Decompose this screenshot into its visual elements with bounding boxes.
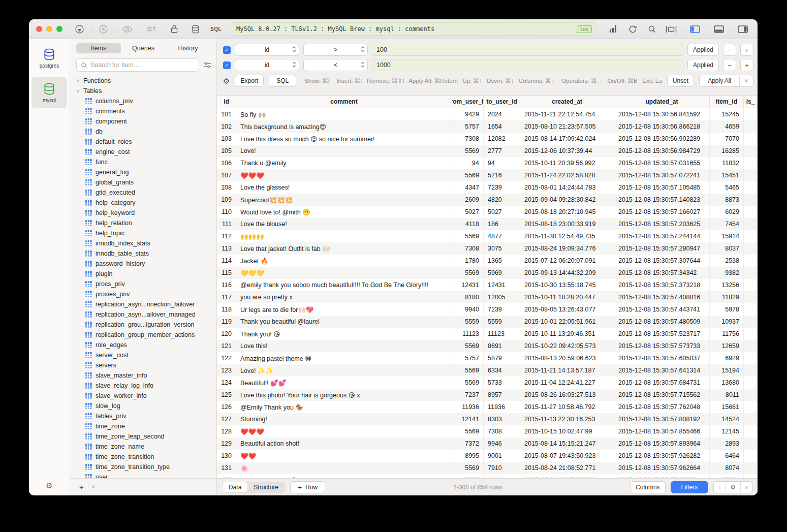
cell-created_at[interactable]: 2015-08-14 17:09:42.024 (520, 133, 614, 145)
cell-item_id[interactable]: 12659 (710, 340, 744, 352)
cell-from_user_id[interactable]: 5757 (452, 352, 484, 364)
cell-item_id[interactable]: 9382 (710, 267, 744, 279)
sidebar-table-item[interactable]: replication_asyn...ailover_managed (75, 309, 216, 320)
cell-comment[interactable]: 🌸 (236, 462, 452, 474)
cell-from_user_id[interactable]: 8180 (452, 291, 484, 303)
cell-comment[interactable]: Love the blouse! (236, 218, 452, 230)
cell-id[interactable]: 114 (217, 255, 236, 267)
sidebar-table-item[interactable]: tables_priv (75, 411, 216, 421)
sidebar-table-item[interactable]: time_zone_transition (75, 452, 216, 462)
cell-updated_at[interactable]: 2015-12-08 15:30:57.605037 (614, 352, 710, 364)
cell-item_id[interactable]: 15661 (710, 401, 744, 413)
cell-id[interactable]: 131 (217, 462, 236, 474)
cell-updated_at[interactable]: 2015-12-08 15:30:57.408816 (614, 291, 710, 303)
cell-id[interactable]: 108 (217, 181, 236, 194)
cell-item_id[interactable]: 8873 (710, 194, 744, 206)
cell-item_id[interactable]: 14524 (710, 413, 744, 425)
preview-eye-icon[interactable] (117, 23, 137, 35)
cell-created_at[interactable]: 2015-08-07 19:43:50.923 (520, 450, 614, 462)
sidebar-table-item[interactable]: default_roles (75, 137, 216, 147)
cell-is_[interactable] (744, 437, 758, 450)
cell-is_[interactable] (744, 413, 758, 425)
cell-to_user_id[interactable]: 8303 (484, 413, 520, 425)
cell-created_at[interactable]: 2015-11-24 22:02:58.828 (520, 169, 614, 181)
cell-item_id[interactable]: 15451 (710, 169, 744, 181)
cell-to_user_id[interactable]: 5559 (484, 316, 520, 328)
cell-created_at[interactable]: 2015-10-11 18:28:20.447 (520, 291, 614, 303)
cell-to_user_id[interactable]: 4877 (484, 230, 520, 242)
cell-from_user_id[interactable]: 5757 (452, 120, 484, 133)
cell-to_user_id[interactable]: 5733 (484, 377, 520, 389)
cell-item_id[interactable]: 5978 (710, 303, 744, 316)
tab-items[interactable]: Items (76, 43, 121, 53)
cell-id[interactable]: 116 (217, 279, 236, 291)
cell-to_user_id[interactable]: 8691 (484, 340, 520, 352)
cell-comment[interactable]: Love that jumper! 🏇 (236, 474, 452, 478)
sidebar-table-item[interactable]: server_cost (75, 350, 216, 360)
cell-is_[interactable] (744, 474, 758, 478)
cell-item_id[interactable]: 8011 (710, 389, 744, 401)
cell-from_user_id[interactable]: 5569 (452, 230, 484, 242)
cell-is_[interactable] (744, 450, 758, 462)
filter-enabled-checkbox[interactable]: ✓ (223, 46, 231, 54)
lock-icon[interactable] (165, 23, 184, 35)
column-header-updated_at[interactable]: updated_at (614, 96, 710, 108)
cell-to_user_id[interactable]: 1365 (484, 255, 520, 267)
cell-from_user_id[interactable]: 94 (452, 157, 484, 169)
sql-button[interactable]: SQL (269, 75, 296, 87)
cell-updated_at[interactable]: 2015-12-08 15:30:57.280947 (614, 242, 710, 255)
cell-item_id[interactable]: 2538 (710, 255, 744, 267)
sidebar-table-item[interactable]: replication_group_member_actions (75, 330, 216, 340)
cell-comment[interactable]: Amazing pastel theme 😁 (236, 352, 452, 364)
remove-filter-button[interactable]: − (723, 59, 736, 71)
chart-icon[interactable] (604, 23, 623, 35)
cell-id[interactable]: 120 (217, 328, 236, 340)
cell-comment[interactable]: Supercool💥💥💥 (236, 194, 452, 206)
column-header-to_user_id[interactable]: to_user_id (484, 96, 520, 108)
cell-item_id[interactable]: 2893 (710, 437, 744, 450)
sidebar-table-item[interactable]: slow_log (75, 401, 216, 411)
cell-item_id[interactable]: 13256 (710, 279, 744, 291)
cell-id[interactable]: 101 (217, 108, 236, 120)
cell-from_user_id[interactable]: 7308 (452, 133, 484, 145)
cell-id[interactable]: 109 (217, 194, 236, 206)
cell-item_id[interactable]: 4659 (710, 120, 744, 133)
cell-created_at[interactable]: 2015-09-13 14:44:32.209 (520, 267, 614, 279)
cell-created_at[interactable]: 2015-08-18 23:00:33.919 (520, 218, 614, 230)
sidebar-table-item[interactable]: comments (75, 106, 216, 116)
cell-item_id[interactable]: 8074 (710, 462, 744, 474)
cell-from_user_id[interactable]: 5569 (452, 169, 484, 181)
cell-id[interactable]: 122 (217, 352, 236, 364)
close-window-button[interactable] (36, 26, 42, 32)
cell-updated_at[interactable]: 2015-12-08 15:30:57.684731 (614, 377, 710, 389)
cell-id[interactable]: 102 (217, 120, 236, 133)
cell-updated_at[interactable]: 2015-12-08 15:30:57.641314 (614, 364, 710, 377)
cell-to_user_id[interactable]: 2777 (484, 145, 520, 157)
sidebar-table-item[interactable]: time_zone_leap_second (75, 431, 216, 442)
cell-comment[interactable]: ❤️❤️ (236, 450, 452, 462)
cell-created_at[interactable]: 2015-08-10 21:23:57.505 (520, 120, 614, 133)
log-list-icon[interactable] (141, 23, 161, 35)
sidebar-table-item[interactable]: innodb_index_stats (75, 238, 216, 248)
cell-updated_at[interactable]: 2015-12-08 15:30:56.841592 (614, 108, 710, 120)
cell-comment[interactable]: Love this photo! Your hair is gorgeous 😘… (236, 389, 452, 401)
cell-from_user_id[interactable]: 5569 (452, 425, 484, 437)
export-button[interactable]: Export (235, 75, 264, 87)
cell-to_user_id[interactable]: 7239 (484, 303, 520, 316)
cell-is_[interactable] (744, 340, 758, 352)
cell-created_at[interactable]: 2015-10-11 20:39:56.992 (520, 157, 614, 169)
remove-filter-button[interactable]: − (723, 44, 736, 56)
cell-updated_at[interactable]: 2015-12-08 15:30:56.984729 (614, 145, 710, 157)
previous-page-icon[interactable]: ‹ (714, 484, 725, 491)
sidebar-table-item[interactable]: innodb_table_stats (75, 248, 216, 259)
sidebar-table-item[interactable]: slave_master_info (75, 370, 216, 381)
cell-to_user_id[interactable]: 5969 (484, 267, 520, 279)
sidebar-table-item[interactable]: role_edges (75, 340, 216, 350)
cell-updated_at[interactable]: 2015-12-08 15:30:57.523717 (614, 328, 710, 340)
cell-is_[interactable] (744, 291, 758, 303)
cell-is_[interactable] (744, 108, 758, 120)
cell-to_user_id[interactable]: 4118 (484, 474, 520, 478)
toggle-bottom-panel-icon[interactable] (709, 23, 729, 35)
columns-button[interactable]: Columns (630, 481, 665, 493)
next-page-icon[interactable]: › (741, 484, 752, 491)
